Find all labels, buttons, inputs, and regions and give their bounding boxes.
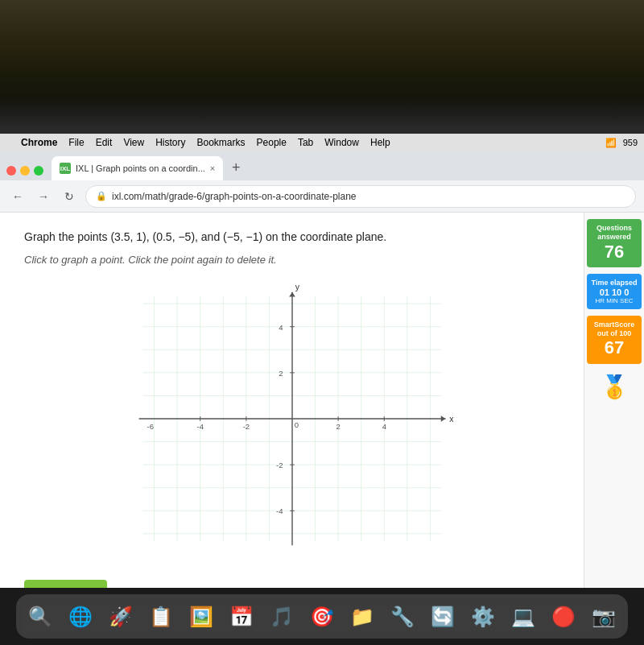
time-display: 959 xyxy=(623,138,638,147)
dock-item-photos[interactable]: 🖼️ xyxy=(184,599,219,635)
svg-text:-4: -4 xyxy=(276,506,283,515)
smart-score-label: SmartScore out of 100 xyxy=(590,320,638,338)
page-content: Graph the points (3.5, 1), (0.5, −5), an… xyxy=(0,213,584,588)
time-elapsed-sub: HR MIN SEC xyxy=(590,297,638,304)
submit-button[interactable]: Submit xyxy=(24,580,107,588)
new-tab-button[interactable]: + xyxy=(225,156,247,179)
dock-area: 🔍 🌐 🚀 📋 🖼️ 📅 🎵 🎯 📁 🔧 🔄 ⚙️ 💻 🔴 📷 xyxy=(0,588,644,645)
traffic-lights xyxy=(6,166,43,176)
coordinate-plane-container[interactable]: x y -6 -4 -2 2 4 4 2 -2 -4 xyxy=(24,282,559,556)
dock-item-launchpad[interactable]: 🚀 xyxy=(103,599,138,635)
laptop-screen: Chrome File Edit View History Bookmarks … xyxy=(0,129,644,588)
wifi-icon: 📶 xyxy=(605,138,617,148)
time-elapsed-value: 01 10 0 xyxy=(590,287,638,297)
svg-text:-2: -2 xyxy=(276,461,283,469)
tab-title: IXL | Graph points on a coordin... xyxy=(76,163,205,173)
dock-item-finder[interactable]: 🔍 xyxy=(23,599,58,635)
instruction-text: Click to graph a point. Click the point … xyxy=(24,254,559,266)
url-text: ixl.com/math/grade-6/graph-points-on-a-c… xyxy=(112,191,357,202)
menu-chrome[interactable]: Chrome xyxy=(21,137,57,148)
coordinate-plane[interactable]: x y -6 -4 -2 2 4 4 2 -2 -4 xyxy=(131,282,453,556)
dock-item-sync[interactable]: 🔄 xyxy=(425,599,460,635)
dock-item-capture[interactable]: 🔴 xyxy=(546,599,581,635)
right-panel: Questions answered 76 Time elapsed 01 10… xyxy=(584,213,644,588)
svg-text:2: 2 xyxy=(279,369,283,378)
menu-window[interactable]: Window xyxy=(324,137,359,148)
questions-answered-label: Questions answered xyxy=(590,224,638,242)
refresh-button[interactable]: ↻ xyxy=(60,187,79,206)
menubar-right: 📶 959 xyxy=(605,138,638,148)
chrome-window: IXL IXL | Graph points on a coordin... ×… xyxy=(0,151,644,588)
minimize-button[interactable] xyxy=(20,166,30,176)
svg-text:x: x xyxy=(449,415,453,424)
menu-bookmarks[interactable]: Bookmarks xyxy=(197,137,246,148)
menu-help[interactable]: Help xyxy=(370,137,390,148)
questions-answered-value: 76 xyxy=(590,242,638,263)
tab-favicon-icon: IXL xyxy=(60,163,71,174)
svg-text:2: 2 xyxy=(336,422,340,431)
room-background xyxy=(0,0,644,129)
forward-button[interactable]: → xyxy=(34,187,53,206)
macos-menubar: Chrome File Edit View History Bookmarks … xyxy=(0,134,644,151)
menu-tab[interactable]: Tab xyxy=(298,137,313,148)
svg-marker-25 xyxy=(289,292,295,297)
close-button[interactable] xyxy=(6,166,16,176)
dock-item-calendar[interactable]: 📅 xyxy=(224,599,259,635)
menu-edit[interactable]: Edit xyxy=(96,137,113,148)
questions-answered-card: Questions answered 76 xyxy=(587,219,642,267)
address-input[interactable]: 🔒 ixl.com/math/grade-6/graph-points-on-a… xyxy=(85,185,636,208)
tab-bar: IXL IXL | Graph points on a coordin... ×… xyxy=(0,151,644,180)
time-elapsed-card: Time elapsed 01 10 0 HR MIN SEC xyxy=(587,274,642,309)
dock-item-notes[interactable]: 📋 xyxy=(143,599,179,635)
active-tab[interactable]: IXL IXL | Graph points on a coordin... × xyxy=(52,156,223,180)
medal-icon: 🥇 xyxy=(601,374,629,400)
svg-text:4: 4 xyxy=(382,422,386,431)
svg-text:0: 0 xyxy=(294,420,298,429)
menu-people[interactable]: People xyxy=(257,137,287,148)
time-elapsed-label: Time elapsed xyxy=(590,279,638,287)
menu-history[interactable]: History xyxy=(155,137,185,148)
dock-item-target[interactable]: 🎯 xyxy=(304,599,340,635)
maximize-button[interactable] xyxy=(34,166,43,176)
dock-item-laptop[interactable]: 💻 xyxy=(506,599,541,635)
svg-text:-6: -6 xyxy=(147,422,153,431)
svg-text:y: y xyxy=(295,283,299,291)
dock-item-camera[interactable]: 📷 xyxy=(586,599,621,635)
dock-item-settings[interactable]: ⚙️ xyxy=(465,599,501,635)
content-area: Graph the points (3.5, 1), (0.5, −5), an… xyxy=(0,213,644,588)
svg-marker-24 xyxy=(440,416,445,422)
smart-score-card: SmartScore out of 100 67 xyxy=(587,316,642,364)
dock-item-music[interactable]: 🎵 xyxy=(264,599,299,635)
address-bar: ← → ↻ 🔒 ixl.com/math/grade-6/graph-point… xyxy=(0,180,644,213)
menu-view[interactable]: View xyxy=(123,137,144,148)
menu-file[interactable]: File xyxy=(68,137,84,148)
dock-item-chrome[interactable]: 🌐 xyxy=(63,599,98,635)
dock-item-files[interactable]: 📁 xyxy=(345,599,380,635)
smart-score-value: 67 xyxy=(590,337,638,358)
svg-text:4: 4 xyxy=(279,323,283,332)
svg-text:-2: -2 xyxy=(242,422,249,431)
back-button[interactable]: ← xyxy=(8,187,27,206)
dock-item-tools[interactable]: 🔧 xyxy=(385,599,420,635)
svg-text:-4: -4 xyxy=(196,422,204,431)
lock-icon: 🔒 xyxy=(96,191,107,201)
tab-close-button[interactable]: × xyxy=(210,163,215,173)
question-text: Graph the points (3.5, 1), (0.5, −5), an… xyxy=(24,229,559,246)
